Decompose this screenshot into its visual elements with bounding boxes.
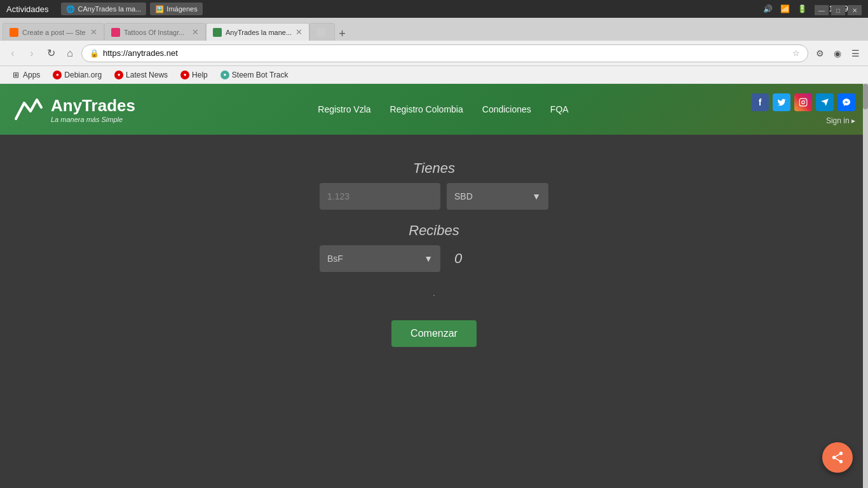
tab-close-2[interactable]: ✕	[192, 27, 199, 37]
help-bookmark-icon: ●	[180, 71, 189, 79]
svg-point-2	[805, 100, 806, 100]
site-logo: AnyTrades La manera más Simple	[13, 93, 135, 125]
url-bar[interactable]: 🔒 https://anytrades.net ☆	[81, 44, 808, 62]
messenger-icon[interactable]	[837, 93, 855, 111]
back-button[interactable]: ‹	[5, 46, 20, 61]
main-content: Tienes SBD ▼ Recibes BsF ▼ 0	[0, 135, 868, 389]
bookmark-debian-label: Debian.org	[64, 71, 102, 79]
taskbar-left: Actividades 🌐 CAnyTrades la ma... 🖼️ Imá…	[6, 3, 203, 15]
site-header: AnyTrades La manera más Simple Registro …	[0, 84, 868, 135]
bookmark-help[interactable]: ● Help	[175, 69, 213, 81]
logo-icon	[13, 93, 44, 125]
comenzar-button[interactable]: Comenzar	[391, 320, 477, 347]
tab-bar: Create a post — Ste ✕ Tattoos Of Instagr…	[0, 18, 868, 41]
select-to-arrow-icon: ▼	[424, 254, 433, 264]
network-icon: 🔊	[763, 4, 773, 13]
svg-point-1	[802, 101, 805, 104]
bookmark-steem[interactable]: ● Steem Bot Track	[215, 69, 294, 81]
bookmark-news-label: Latest News	[126, 71, 168, 79]
maximize-button[interactable]: □	[831, 5, 845, 15]
tab-1[interactable]: Create a post — Ste ✕	[3, 23, 104, 41]
logo-title: AnyTrades	[51, 96, 135, 116]
bookmark-apps[interactable]: ⊞ Apps	[6, 69, 45, 81]
extensions-button[interactable]: ⚙	[812, 46, 827, 61]
task-images-icon: 🖼️	[155, 5, 164, 13]
tab-3-active[interactable]: AnyTrades la mane... ✕	[206, 23, 309, 41]
task-images-label: Imágenes	[166, 5, 197, 13]
battery-icon: 🔋	[797, 4, 807, 13]
tab-label-1: Create a post — Ste	[22, 29, 86, 36]
tab-favicon-1	[10, 28, 18, 37]
fab-share-button[interactable]	[822, 442, 853, 473]
address-bar: ‹ › ↻ ⌂ 🔒 https://anytrades.net ☆ ⚙ ◉ ☰	[0, 41, 868, 66]
tab-4[interactable]	[309, 23, 335, 41]
bookmarks-bar: ⊞ Apps ● Debian.org ● Latest News ● Help…	[0, 66, 868, 84]
debian-bookmark-icon: ●	[53, 71, 62, 79]
site-nav: Registro Vzla Registro Colombia Condicio…	[318, 104, 568, 114]
social-icons: f	[751, 93, 855, 111]
wifi-icon: 📶	[780, 4, 790, 13]
facebook-icon[interactable]: f	[751, 93, 769, 111]
scrollbar-thumb[interactable]	[863, 84, 868, 109]
chrome-icon[interactable]: ◉	[830, 46, 845, 61]
currency-to-value: BsF	[327, 254, 343, 264]
recibes-label: Recibes	[409, 222, 459, 239]
tab-label-3: AnyTrades la mane...	[226, 29, 292, 36]
browser-chrome: Create a post — Ste ✕ Tattoos Of Instagr…	[0, 18, 868, 84]
close-window-button[interactable]: ✕	[848, 5, 862, 15]
tienes-label: Tienes	[413, 160, 455, 177]
nav-fqa[interactable]: FQA	[550, 104, 569, 114]
task-list: 🌐 CAnyTrades la ma... 🖼️ Imágenes	[61, 3, 202, 15]
tienes-row: SBD ▼	[275, 183, 593, 210]
forward-button[interactable]: ›	[24, 46, 39, 61]
os-taskbar: Actividades 🌐 CAnyTrades la ma... 🖼️ Imá…	[0, 0, 868, 18]
task-browser[interactable]: 🌐 CAnyTrades la ma...	[61, 3, 146, 15]
telegram-icon[interactable]	[816, 93, 834, 111]
tab-favicon-3	[213, 28, 222, 37]
nav-registro-colombia[interactable]: Registro Colombia	[390, 104, 463, 114]
tienes-group: Tienes SBD ▼	[275, 160, 593, 210]
window-controls: — □ ✕	[815, 5, 862, 15]
site-content: AnyTrades La manera más Simple Registro …	[0, 84, 868, 488]
logo-text: AnyTrades La manera más Simple	[51, 96, 135, 123]
browser-actions: ⚙ ◉ ☰	[812, 46, 863, 61]
logo-subtitle: La manera más Simple	[51, 116, 135, 123]
tab-favicon-4	[316, 28, 325, 37]
select-arrow-icon: ▼	[532, 191, 541, 201]
new-tab-button[interactable]: +	[335, 27, 349, 41]
tab-2[interactable]: Tattoos Of Instagr... ✕	[104, 23, 206, 41]
twitter-icon[interactable]	[773, 93, 790, 111]
currency-from-value: SBD	[454, 191, 473, 201]
nav-registro-vzla[interactable]: Registro Vzla	[318, 104, 370, 114]
bookmark-apps-label: Apps	[23, 71, 40, 79]
instagram-icon[interactable]	[794, 93, 812, 111]
task-browser-label: CAnyTrades la ma...	[78, 5, 141, 13]
reload-button[interactable]: ↻	[43, 46, 58, 61]
recibes-group: Recibes BsF ▼ 0	[275, 222, 593, 272]
steem-bookmark-icon: ●	[220, 71, 229, 79]
tab-close-1[interactable]: ✕	[90, 27, 97, 37]
star-icon[interactable]: ☆	[792, 48, 800, 58]
menu-button[interactable]: ☰	[848, 46, 863, 61]
minimize-button[interactable]: —	[815, 5, 829, 15]
home-button[interactable]: ⌂	[62, 46, 78, 61]
scrollbar-track[interactable]	[863, 84, 868, 488]
news-bookmark-icon: ●	[114, 71, 123, 79]
bookmark-debian[interactable]: ● Debian.org	[48, 69, 107, 81]
dot-separator: .	[433, 287, 435, 299]
nav-condiciones[interactable]: Condiciones	[482, 104, 531, 114]
form-section: Tienes SBD ▼ Recibes BsF ▼ 0	[275, 160, 593, 347]
url-actions: ☆	[792, 48, 800, 58]
amount-input[interactable]	[320, 183, 440, 210]
tab-close-3[interactable]: ✕	[295, 27, 302, 37]
activities-btn[interactable]: Actividades	[6, 4, 48, 14]
bookmark-news[interactable]: ● Latest News	[109, 69, 173, 81]
tab-favicon-2	[111, 28, 120, 37]
bookmark-steem-label: Steem Bot Track	[232, 71, 288, 79]
currency-from-select[interactable]: SBD ▼	[447, 183, 548, 210]
task-images[interactable]: 🖼️ Imágenes	[150, 3, 202, 15]
currency-to-select[interactable]: BsF ▼	[320, 245, 440, 272]
signin-text[interactable]: Sign in ▸	[826, 116, 855, 125]
receive-value: 0	[447, 245, 548, 272]
recibes-row: BsF ▼ 0	[275, 245, 593, 272]
